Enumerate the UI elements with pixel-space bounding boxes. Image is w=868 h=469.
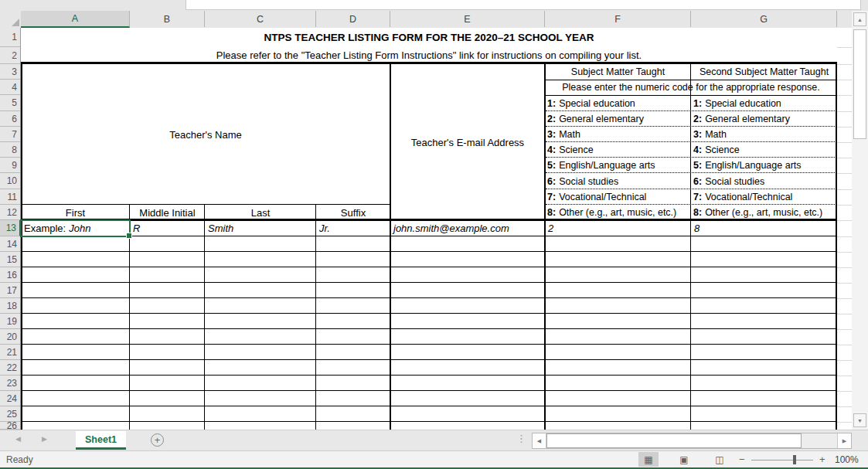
- row-header-11[interactable]: 11: [0, 189, 20, 205]
- cell-header-middle-initial[interactable]: Middle Initial: [130, 205, 205, 220]
- cell-second-subject-matter-header[interactable]: Second Subject Matter Taught: [691, 64, 837, 80]
- row-header-16[interactable]: 16: [0, 267, 20, 283]
- scroll-up-button[interactable]: ▲: [853, 12, 866, 26]
- second-subject-code-2[interactable]: 2:General elementary: [691, 111, 837, 127]
- row-header-19[interactable]: 19: [0, 314, 20, 329]
- cell-teachers-email[interactable]: Teacher's E-mail Address: [390, 64, 545, 220]
- second-subject-code-4[interactable]: 4:Science: [691, 142, 837, 158]
- subject-code-6[interactable]: 6:Social studies: [545, 173, 691, 189]
- cell-g13-second-subject-code[interactable]: 8: [691, 220, 837, 236]
- column-header-F[interactable]: F: [545, 11, 691, 27]
- cell-c13-last-name[interactable]: Smith: [205, 220, 316, 236]
- second-subject-code-8[interactable]: 8:Other (e.g., art, music, etc.): [691, 205, 837, 220]
- row-header-13[interactable]: 13: [0, 220, 21, 236]
- cell-title[interactable]: NTPS TEACHER LISTING FORM FOR THE 2020–2…: [21, 28, 837, 47]
- sheet-nav-right-icon[interactable]: ▶: [42, 435, 47, 443]
- border-horizontal: [21, 282, 837, 283]
- gridline-light: [837, 329, 852, 330]
- row-header-2[interactable]: 2: [0, 47, 20, 64]
- subject-code-7[interactable]: 7:Vocational/Technical: [545, 189, 691, 205]
- row-header-18[interactable]: 18: [0, 298, 20, 314]
- code-label: General elementary: [559, 114, 644, 124]
- border-horizontal: [545, 80, 837, 80]
- tab-splitter-grip-icon[interactable]: ⋮: [516, 433, 525, 444]
- row-header-3[interactable]: 3: [0, 64, 20, 80]
- row-header-26[interactable]: 26: [0, 422, 20, 430]
- subject-code-2[interactable]: 2:General elementary: [545, 111, 691, 127]
- second-subject-code-6[interactable]: 6:Social studies: [691, 173, 837, 189]
- cell-e13-email[interactable]: john.smith@example.com: [390, 220, 545, 236]
- row-header-7[interactable]: 7: [0, 127, 20, 142]
- page-break-view-button[interactable]: ◫: [710, 452, 730, 467]
- zoom-slider-track[interactable]: [751, 460, 813, 461]
- scroll-left-button[interactable]: ◀: [533, 433, 546, 448]
- second-subject-code-5[interactable]: 5:English/Language arts: [691, 158, 837, 173]
- formula-bar-fragment[interactable]: [186, 0, 861, 10]
- new-sheet-button[interactable]: +: [151, 433, 164, 447]
- cell-subject-matter-header[interactable]: Subject Matter Taught: [545, 64, 691, 80]
- row-header-17[interactable]: 17: [0, 283, 20, 298]
- row-header-6[interactable]: 6: [0, 111, 20, 127]
- zoom-slider-handle[interactable]: [793, 455, 796, 464]
- normal-view-button[interactable]: ▦: [638, 452, 659, 467]
- cell-header-suffix[interactable]: Suffix: [316, 205, 390, 220]
- vertical-scrollbar[interactable]: ▲ ▼: [852, 11, 868, 430]
- page-layout-view-button[interactable]: ▣: [674, 452, 694, 467]
- subject-code-8[interactable]: 8:Other (e.g., art, music, etc.): [545, 205, 691, 220]
- row-header-1[interactable]: 1: [0, 28, 20, 47]
- fill-handle[interactable]: [126, 233, 132, 239]
- gridline-light: [837, 111, 852, 112]
- cell-teachers-name[interactable]: Teacher's Name: [21, 64, 390, 205]
- zoom-level[interactable]: 100%: [835, 454, 859, 465]
- horizontal-scroll-thumb[interactable]: [546, 433, 802, 448]
- second-subject-code-1[interactable]: 1:Special education: [691, 95, 837, 111]
- second-subject-code-3[interactable]: 3:Math: [691, 127, 837, 142]
- row-header-10[interactable]: 10: [0, 173, 20, 189]
- row-header-20[interactable]: 20: [0, 329, 20, 345]
- sheet-nav-left-icon[interactable]: ◀: [15, 435, 21, 443]
- status-bar: Ready ▦ ▣ ◫ − + 100%: [0, 450, 868, 467]
- sheet-tab-sheet1[interactable]: Sheet1: [76, 431, 126, 450]
- zoom-in-button[interactable]: +: [819, 454, 825, 465]
- column-header-D[interactable]: D: [316, 11, 390, 27]
- column-header-G[interactable]: G: [691, 11, 837, 27]
- gridline-light: [837, 406, 852, 407]
- row-header-9[interactable]: 9: [0, 158, 20, 173]
- column-header-C[interactable]: C: [205, 11, 316, 27]
- second-subject-code-7[interactable]: 7:Vocational/Technical: [691, 189, 837, 205]
- column-header-A[interactable]: A: [21, 11, 130, 28]
- selected-cell-outline[interactable]: [20, 219, 131, 237]
- cell-d13-suffix[interactable]: Jr.: [316, 220, 390, 236]
- row-header-5[interactable]: 5: [0, 95, 20, 111]
- row-header-23[interactable]: 23: [0, 376, 20, 391]
- row-header-21[interactable]: 21: [0, 345, 20, 360]
- subject-code-1[interactable]: 1:Special education: [545, 95, 691, 111]
- cell-header-first[interactable]: First: [21, 205, 130, 220]
- gridline-light: [837, 345, 852, 345]
- cell-header-last[interactable]: Last: [205, 205, 316, 220]
- column-header-B[interactable]: B: [130, 11, 205, 27]
- row-header-15[interactable]: 15: [0, 252, 20, 267]
- scroll-down-button[interactable]: ▼: [853, 413, 866, 427]
- subject-code-3[interactable]: 3:Math: [545, 127, 691, 142]
- column-header-E[interactable]: E: [390, 11, 545, 27]
- scroll-right-button[interactable]: ▶: [837, 433, 851, 448]
- zoom-out-button[interactable]: −: [739, 454, 745, 465]
- row-header-22[interactable]: 22: [0, 360, 20, 376]
- row-header-14[interactable]: 14: [0, 236, 20, 252]
- cell-code-instruction[interactable]: Please enter the numeric code for the ap…: [545, 80, 837, 95]
- border-dotted: [546, 141, 836, 142]
- select-all-corner[interactable]: [0, 11, 22, 29]
- row-header-12[interactable]: 12: [0, 205, 20, 220]
- subject-code-4[interactable]: 4:Science: [545, 142, 691, 158]
- gridline-light: [837, 205, 852, 206]
- row-header-8[interactable]: 8: [0, 142, 20, 158]
- row-header-4[interactable]: 4: [0, 80, 20, 95]
- horizontal-scrollbar[interactable]: ◀ ▶: [532, 433, 852, 449]
- cell-b13-middle-initial[interactable]: R: [130, 220, 205, 236]
- vertical-scroll-thumb[interactable]: [853, 29, 866, 139]
- cell-f13-subject-code[interactable]: 2: [545, 220, 691, 236]
- subject-code-5[interactable]: 5:English/Language arts: [545, 158, 691, 173]
- row-header-24[interactable]: 24: [0, 391, 20, 406]
- cell-subtitle[interactable]: Please refer to the "Teacher Listing For…: [21, 47, 837, 63]
